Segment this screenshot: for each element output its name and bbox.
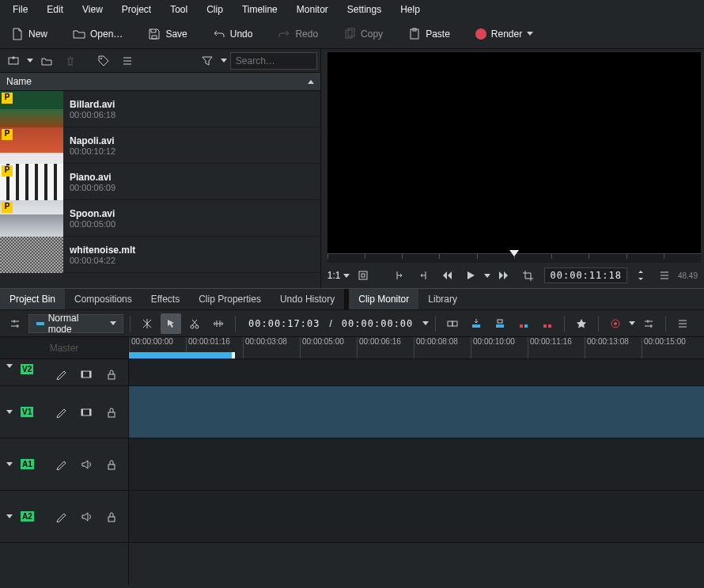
open-button[interactable]: Open…: [66, 25, 129, 44]
timeline-canvas[interactable]: 00:00:00:0000:00:01:1600:00:03:0800:00:0…: [129, 337, 704, 585]
render-button[interactable]: Render: [469, 25, 539, 43]
collapse-track-icon[interactable]: [6, 364, 13, 368]
zone-indicator[interactable]: [129, 352, 233, 358]
tab-compositions[interactable]: Compositions: [65, 289, 142, 309]
mix-clips-button[interactable]: [442, 313, 463, 334]
favorite-effects-button[interactable]: [571, 313, 592, 334]
mute-track-button[interactable]: [76, 454, 97, 475]
collapse-track-icon[interactable]: [6, 514, 13, 518]
razor-tool-button[interactable]: [184, 313, 205, 334]
timeline-menu-button[interactable]: [672, 313, 693, 334]
rewind-button[interactable]: [437, 265, 457, 286]
tab-effects[interactable]: Effects: [142, 289, 189, 309]
hide-track-button[interactable]: [76, 402, 97, 423]
menu-view[interactable]: View: [73, 1, 112, 18]
add-clip-button[interactable]: [3, 51, 24, 71]
save-button[interactable]: Save: [142, 25, 193, 44]
track-header-v2[interactable]: V2: [0, 359, 128, 386]
tab-clip-monitor[interactable]: Clip Monitor: [349, 289, 418, 309]
audio-mixer-button[interactable]: [638, 313, 659, 334]
tab-undo-history[interactable]: Undo History: [271, 289, 344, 309]
track-settings-button[interactable]: [5, 313, 25, 334]
copy-button[interactable]: Copy: [337, 25, 389, 44]
track-compositing-button[interactable]: [137, 313, 157, 334]
timeline-timecode-pos[interactable]: 00:00:17:03: [242, 318, 326, 329]
menu-settings[interactable]: Settings: [338, 1, 391, 18]
track-header-a2[interactable]: A2: [0, 491, 128, 543]
lift-zone-button[interactable]: [537, 313, 558, 334]
track-lane-a2[interactable]: [129, 491, 704, 543]
timecode-step-button[interactable]: [630, 265, 651, 286]
master-track-label[interactable]: Master: [0, 337, 128, 359]
chevron-down-icon[interactable]: [27, 59, 33, 63]
play-button[interactable]: [460, 265, 481, 286]
zoom-fit-button[interactable]: [353, 265, 373, 286]
edit-mode-select[interactable]: Normal mode: [28, 314, 123, 333]
tab-library[interactable]: Library: [418, 289, 467, 309]
bin-column-header[interactable]: Name: [0, 73, 320, 91]
menu-file[interactable]: File: [3, 1, 37, 18]
lock-track-button[interactable]: [101, 364, 122, 385]
undo-button[interactable]: Undo: [206, 25, 259, 44]
add-folder-button[interactable]: [36, 51, 57, 71]
spacer-tool-button[interactable]: [208, 313, 229, 334]
paste-button[interactable]: Paste: [402, 25, 456, 44]
menu-timeline[interactable]: Timeline: [233, 1, 287, 18]
track-lane-a1[interactable]: [129, 438, 704, 491]
track-effects-button[interactable]: [51, 454, 71, 475]
menu-clip[interactable]: Clip: [197, 1, 233, 18]
track-lane-v2[interactable]: [129, 359, 704, 386]
options-button[interactable]: [117, 51, 138, 71]
search-input[interactable]: [230, 52, 317, 70]
insert-zone-button[interactable]: [466, 313, 486, 334]
tab-clip-properties[interactable]: Clip Properties: [189, 289, 271, 309]
extract-zone-button[interactable]: [513, 313, 534, 334]
menu-help[interactable]: Help: [391, 1, 430, 18]
collapse-track-icon[interactable]: [6, 462, 13, 466]
lock-track-button[interactable]: [101, 454, 122, 475]
clip-row[interactable]: P Piano.avi 00:00:06:09: [0, 164, 320, 200]
lock-track-button[interactable]: [101, 506, 122, 527]
mute-track-button[interactable]: [76, 506, 97, 527]
track-effects-button[interactable]: [51, 402, 71, 423]
crop-button[interactable]: [517, 265, 538, 286]
lock-track-button[interactable]: [101, 402, 122, 423]
menu-tool[interactable]: Tool: [161, 1, 197, 18]
chevron-down-icon[interactable]: [221, 59, 227, 63]
overwrite-zone-button[interactable]: [490, 313, 510, 334]
zoom-level[interactable]: 1:1: [327, 270, 341, 281]
tab-project-bin[interactable]: Project Bin: [0, 289, 65, 309]
monitor-viewport[interactable]: [327, 52, 701, 253]
clip-row[interactable]: P Spoon.avi 00:00:05:00: [0, 200, 320, 237]
track-effects-button[interactable]: [51, 364, 71, 385]
track-header-a1[interactable]: A1: [0, 438, 128, 491]
forward-button[interactable]: [494, 265, 514, 286]
set-out-button[interactable]: [413, 265, 433, 286]
timeline-ruler[interactable]: 00:00:00:0000:00:01:1600:00:03:0800:00:0…: [129, 337, 704, 359]
monitor-timecode[interactable]: 00:00:11:18: [544, 267, 626, 283]
clip-row[interactable]: P Napoli.avi 00:00:10:12: [0, 127, 320, 164]
hide-track-button[interactable]: [76, 364, 97, 385]
chevron-down-icon[interactable]: [484, 274, 490, 278]
chevron-down-icon[interactable]: [343, 274, 350, 278]
preview-render-button[interactable]: [605, 313, 626, 334]
delete-clip-button[interactable]: [60, 51, 81, 71]
new-button[interactable]: New: [5, 25, 54, 44]
tag-button[interactable]: [93, 51, 114, 71]
redo-button[interactable]: Redo: [271, 25, 324, 44]
filter-button[interactable]: [197, 51, 218, 71]
chevron-down-icon[interactable]: [629, 321, 635, 325]
track-header-v1[interactable]: V1: [0, 386, 128, 438]
set-in-button[interactable]: [389, 265, 410, 286]
menu-project[interactable]: Project: [112, 1, 161, 18]
collapse-track-icon[interactable]: [6, 410, 13, 414]
monitor-menu-button[interactable]: [654, 265, 675, 286]
menu-edit[interactable]: Edit: [37, 1, 73, 18]
selection-tool-button[interactable]: [161, 313, 181, 334]
track-lane-v1[interactable]: [129, 386, 704, 438]
clip-row[interactable]: P Billard.avi 00:00:06:18: [0, 91, 320, 127]
menu-monitor[interactable]: Monitor: [287, 1, 338, 18]
chevron-down-icon[interactable]: [422, 321, 429, 325]
track-effects-button[interactable]: [51, 506, 71, 527]
clip-row[interactable]: whitenoise.mlt 00:00:04:22: [0, 237, 320, 273]
